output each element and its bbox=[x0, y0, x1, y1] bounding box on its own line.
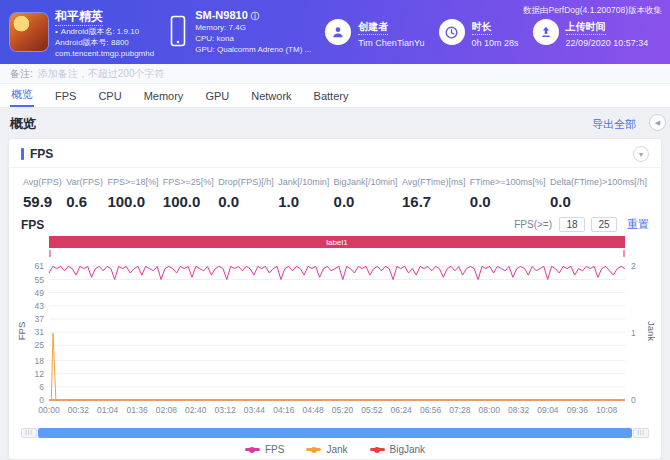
fps-line-chart[interactable]: label10612182531374349556101200:0000:320… bbox=[15, 236, 655, 426]
svg-text:02:40: 02:40 bbox=[185, 405, 207, 415]
tab-Network[interactable]: Network bbox=[250, 86, 292, 107]
note-row: 备注: bbox=[0, 64, 670, 84]
note-input[interactable] bbox=[38, 68, 358, 79]
svg-text:07:28: 07:28 bbox=[449, 405, 471, 415]
svg-text:0: 0 bbox=[631, 395, 636, 405]
export-all-link[interactable]: 导出全部 bbox=[592, 117, 636, 132]
note-label: 备注: bbox=[10, 67, 33, 81]
bullet-icon: • bbox=[55, 27, 58, 36]
info-icon[interactable]: ⓘ bbox=[251, 12, 259, 21]
stat-label: Drop(FPS)[/h] bbox=[218, 177, 274, 187]
svg-text:10:08: 10:08 bbox=[596, 405, 618, 415]
legend-marker-icon bbox=[245, 448, 260, 451]
stat-label: BigJank[/10min] bbox=[334, 177, 398, 187]
stat-value: 59.9 bbox=[23, 193, 62, 210]
chart-legend: FPSJankBigJank bbox=[9, 444, 661, 455]
app-version-name: •Android版本名: 1.9.10 bbox=[55, 27, 154, 37]
legend-item-Jank[interactable]: Jank bbox=[306, 444, 347, 455]
svg-text:03:12: 03:12 bbox=[214, 405, 236, 415]
stat-value: 16.7 bbox=[402, 193, 466, 210]
stat-value: 0.0 bbox=[550, 193, 647, 210]
stat-value: 0.0 bbox=[218, 193, 274, 210]
stat-label: Avg(FTime)[ms] bbox=[402, 177, 466, 187]
svg-text:09:36: 09:36 bbox=[567, 405, 589, 415]
fps-card: FPS ▾ Avg(FPS)59.9Var(FPS)0.6FPS>=18[%]1… bbox=[8, 138, 662, 460]
svg-text:43: 43 bbox=[35, 301, 45, 311]
app-version-code: Android版本号: 8800 bbox=[55, 38, 154, 48]
legend-item-BigJank[interactable]: BigJank bbox=[370, 444, 426, 455]
fps-chart-title: FPS bbox=[21, 218, 44, 232]
tab-概览[interactable]: 概览 bbox=[10, 83, 34, 107]
fps-threshold-label: FPS(>=) bbox=[514, 219, 552, 230]
svg-text:37: 37 bbox=[35, 314, 45, 324]
svg-text:05:20: 05:20 bbox=[332, 405, 354, 415]
reset-button[interactable]: 重置 bbox=[627, 217, 649, 232]
svg-text:2: 2 bbox=[631, 261, 636, 271]
tab-Memory[interactable]: Memory bbox=[143, 86, 185, 107]
svg-text:Jank: Jank bbox=[646, 321, 655, 341]
legend-marker-icon bbox=[370, 448, 385, 451]
stat-item: FTime>=100ms[%]0.0 bbox=[470, 177, 546, 210]
overview-header-row: 概览 导出全部 bbox=[0, 112, 670, 136]
collapse-section-button[interactable]: ▾ bbox=[633, 146, 649, 162]
stat-item: Drop(FPS)[/h]0.0 bbox=[218, 177, 274, 210]
collapse-panel-button[interactable]: ◀ bbox=[649, 114, 666, 131]
stat-value: 100.0 bbox=[163, 193, 214, 210]
duration-group: 时长 0h 10m 28s bbox=[439, 15, 519, 50]
svg-text:25: 25 bbox=[35, 340, 45, 350]
report-header: 和平精英 •Android版本名: 1.9.10 Android版本号: 880… bbox=[0, 0, 670, 64]
creator-name: Tim ChenTianYu bbox=[358, 38, 424, 49]
stat-label: FPS>=25[%] bbox=[163, 177, 214, 187]
tab-FPS[interactable]: FPS bbox=[54, 86, 77, 107]
tab-bar: 概览FPSCPUMemoryGPUNetworkBattery bbox=[0, 84, 670, 108]
tab-CPU[interactable]: CPU bbox=[97, 86, 122, 107]
duration-value: 0h 10m 28s bbox=[472, 38, 519, 49]
legend-item-FPS[interactable]: FPS bbox=[245, 444, 284, 455]
fps-card-header: FPS ▾ bbox=[9, 139, 661, 168]
phone-icon bbox=[168, 15, 188, 49]
overview-title: 概览 bbox=[10, 115, 36, 133]
fps-threshold-low-input[interactable] bbox=[559, 217, 585, 232]
stat-value: 0.0 bbox=[334, 193, 398, 210]
stat-value: 0.6 bbox=[66, 193, 103, 210]
svg-text:0: 0 bbox=[39, 395, 44, 405]
fps-card-title: FPS bbox=[30, 147, 53, 161]
fps-stats-row: Avg(FPS)59.9Var(FPS)0.6FPS>=18[%]100.0FP… bbox=[9, 168, 661, 213]
svg-text:04:16: 04:16 bbox=[273, 405, 295, 415]
stat-item: FPS>=25[%]100.0 bbox=[163, 177, 214, 210]
tab-GPU[interactable]: GPU bbox=[204, 86, 230, 107]
tab-Battery[interactable]: Battery bbox=[313, 86, 350, 107]
stat-value: 1.0 bbox=[278, 193, 329, 210]
svg-text:02:08: 02:08 bbox=[156, 405, 178, 415]
app-name: 和平精英 bbox=[55, 9, 103, 26]
fps-chart-header-row: FPS FPS(>=) 重置 bbox=[9, 213, 661, 234]
svg-text:55: 55 bbox=[35, 275, 45, 285]
stat-item: Var(FPS)0.6 bbox=[66, 177, 103, 210]
fps-threshold-high-input[interactable] bbox=[591, 217, 617, 232]
stat-item: Delta(FTime)>100ms[/h]0.0 bbox=[550, 177, 647, 210]
zoom-bar[interactable] bbox=[38, 428, 632, 438]
svg-text:08:32: 08:32 bbox=[508, 405, 530, 415]
device-memory: Memory: 7.4G bbox=[195, 23, 311, 33]
svg-text:1: 1 bbox=[631, 328, 636, 338]
chart-zoom-scrollbar[interactable]: ||| ||| bbox=[21, 428, 649, 438]
stat-item: FPS>=18[%]100.0 bbox=[107, 177, 158, 210]
svg-text:12: 12 bbox=[35, 369, 45, 379]
upload-time-label: 上传时间 bbox=[566, 21, 606, 36]
stat-label: Jank[/10min] bbox=[278, 177, 329, 187]
svg-text:08:00: 08:00 bbox=[479, 405, 501, 415]
zoom-handle-right[interactable]: ||| bbox=[633, 428, 649, 438]
svg-text:06:56: 06:56 bbox=[420, 405, 442, 415]
collector-version-note: 数据由PerfDog(4.1.200708)版本收集 bbox=[523, 5, 662, 17]
main-content: 概览 导出全部 ◀ FPS ▾ Avg(FPS)59.9Var(FPS)0.6F… bbox=[0, 108, 670, 460]
svg-text:label1: label1 bbox=[326, 238, 348, 247]
upload-time-value: 22/09/2020 10:57:34 bbox=[566, 38, 649, 49]
zoom-handle-left[interactable]: ||| bbox=[21, 428, 37, 438]
fps-chart-area: label10612182531374349556101200:0000:320… bbox=[9, 234, 661, 426]
duration-label: 时长 bbox=[472, 21, 492, 36]
device-info-group: SM-N9810ⓘ Memory: 7.4G CPU: kona GPU: Qu… bbox=[168, 9, 311, 56]
accent-bar bbox=[21, 148, 24, 160]
stat-item: BigJank[/10min]0.0 bbox=[334, 177, 398, 210]
stat-label: FPS>=18[%] bbox=[107, 177, 158, 187]
stat-value: 100.0 bbox=[107, 193, 158, 210]
